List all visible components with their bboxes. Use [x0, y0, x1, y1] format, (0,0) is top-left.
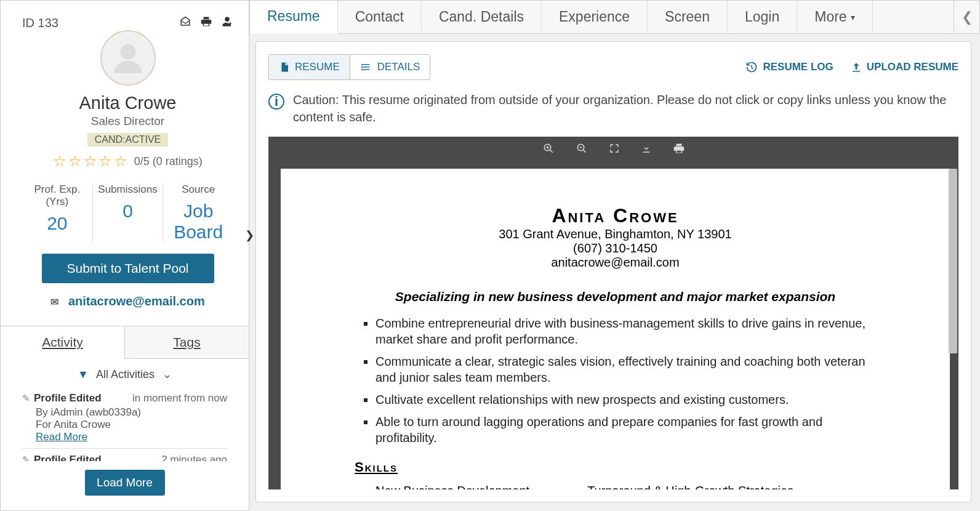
collapse-panel-icon[interactable]: ❮	[954, 1, 979, 33]
main-tabs: Resume Contact Cand. Details Experience …	[249, 0, 980, 34]
skill-item: New Business Development	[376, 484, 529, 489]
tab-cand-details[interactable]: Cand. Details	[422, 1, 542, 33]
expand-handle-icon[interactable]: ❯	[245, 228, 254, 246]
info-icon: i	[268, 94, 284, 110]
stat-subs-label: Submissions	[93, 183, 163, 196]
zoom-in-icon[interactable]	[543, 143, 554, 157]
fullscreen-icon[interactable]	[609, 143, 619, 156]
caution-text: Caution: This resume originated from out…	[293, 91, 958, 126]
svg-point-0	[120, 44, 135, 60]
candidate-id: ID 133	[22, 16, 58, 30]
edit-icon: ✎	[22, 454, 30, 461]
funnel-icon: ▼	[78, 368, 89, 380]
caret-down-icon: ▾	[851, 12, 855, 22]
pdf-viewer[interactable]: Anita Crowe 301 Grant Avenue, Binghamton…	[268, 163, 958, 489]
candidate-title: Sales Director	[22, 115, 233, 128]
activity-item: ✎Profile Edited 2 minutes ago	[22, 449, 227, 461]
resume-phone: (607) 310-1450	[355, 241, 876, 256]
toggle-details[interactable]: DETAILS	[350, 55, 430, 79]
skill-item: Turnaround & High-Growth Strategies	[587, 484, 793, 489]
stat-source-label: Source	[163, 183, 233, 196]
resume-address: 301 Grant Avenue, Binghamton, NY 13901	[355, 227, 876, 241]
edit-icon: ✎	[22, 393, 30, 403]
load-more-button[interactable]: Load More	[85, 470, 165, 496]
toggle-resume[interactable]: RESUME	[269, 55, 350, 79]
status-badge: CAND:ACTIVE	[87, 133, 169, 147]
activity-time: in moment from now	[132, 392, 227, 404]
resume-email: anitacrowe@email.com	[355, 256, 876, 270]
candidate-email-link[interactable]: anitacrowe@email.com	[68, 294, 205, 308]
resume-skills-heading: Skills	[355, 459, 876, 475]
tab-contact[interactable]: Contact	[338, 1, 422, 33]
zoom-out-icon[interactable]	[576, 143, 587, 157]
tab-resume[interactable]: Resume	[250, 1, 338, 34]
chevron-down-icon: ⌄	[163, 368, 172, 380]
resume-name: Anita Crowe	[355, 204, 876, 227]
open-mail-icon[interactable]	[179, 16, 191, 30]
print-icon[interactable]	[673, 143, 685, 157]
candidate-sidebar: ID 133 Anita Crowe Sales Director	[0, 0, 249, 511]
tab-screen[interactable]: Screen	[648, 1, 728, 33]
resume-bullet: Able to turn around lagging operations a…	[376, 414, 876, 446]
resume-log-link[interactable]: RESUME LOG	[745, 61, 833, 73]
resume-bullet: Communicate a clear, strategic sales vis…	[376, 353, 876, 385]
activity-time: 2 minutes ago	[161, 454, 227, 461]
resume-document: Anita Crowe 301 Grant Avenue, Binghamton…	[281, 169, 950, 489]
resume-panel: RESUME DETAILS RESUME LOG UPLOAD RESUME	[255, 41, 971, 502]
subtab-tags[interactable]: Tags	[125, 326, 249, 359]
stat-exp-value[interactable]: 20	[22, 213, 92, 234]
stat-exp-label: Prof. Exp. (Yrs)	[22, 183, 92, 208]
pdf-toolbar	[268, 137, 958, 163]
download-icon[interactable]	[641, 143, 651, 157]
stat-source-value[interactable]: Job Board	[163, 201, 233, 243]
activity-list[interactable]: ✎Profile Edited in moment from now By iA…	[1, 387, 249, 461]
tab-login[interactable]: Login	[728, 1, 797, 33]
mail-icon: ✉	[50, 297, 58, 307]
upload-resume-link[interactable]: UPLOAD RESUME	[851, 61, 958, 73]
print-icon[interactable]	[200, 16, 212, 30]
candidate-name: Anita Crowe	[22, 93, 233, 113]
subtab-activity[interactable]: Activity	[1, 326, 125, 359]
svg-line-14	[583, 150, 586, 153]
resume-bullet: Cultivate excellent relationships with n…	[376, 392, 876, 408]
tab-more[interactable]: More▾	[797, 1, 872, 33]
avatar	[100, 30, 156, 86]
svg-line-8	[752, 68, 753, 69]
stat-subs-value[interactable]: 0	[93, 201, 163, 222]
submit-talent-pool-button[interactable]: Submit to Talent Pool	[42, 254, 214, 283]
svg-point-6	[361, 69, 362, 70]
pdf-scrollbar[interactable]	[949, 169, 957, 483]
person-add-icon[interactable]	[221, 16, 233, 30]
resume-bullet: Combine entrepreneurial drive with busin…	[376, 315, 876, 347]
activity-filter[interactable]: ▼ All Activities ⌄	[1, 359, 249, 387]
resume-specializing: Specializing in new business development…	[355, 289, 876, 304]
star-rating[interactable]: ☆ ☆ ☆ ☆ ☆	[53, 153, 126, 169]
svg-point-5	[361, 66, 362, 67]
svg-point-4	[361, 64, 362, 65]
rating-text: 0/5 (0 ratings)	[134, 155, 203, 167]
read-more-link[interactable]: Read More	[36, 431, 227, 443]
tab-experience[interactable]: Experience	[542, 1, 648, 33]
activity-item: ✎Profile Edited in moment from now By iA…	[22, 387, 227, 449]
svg-line-10	[550, 150, 553, 153]
